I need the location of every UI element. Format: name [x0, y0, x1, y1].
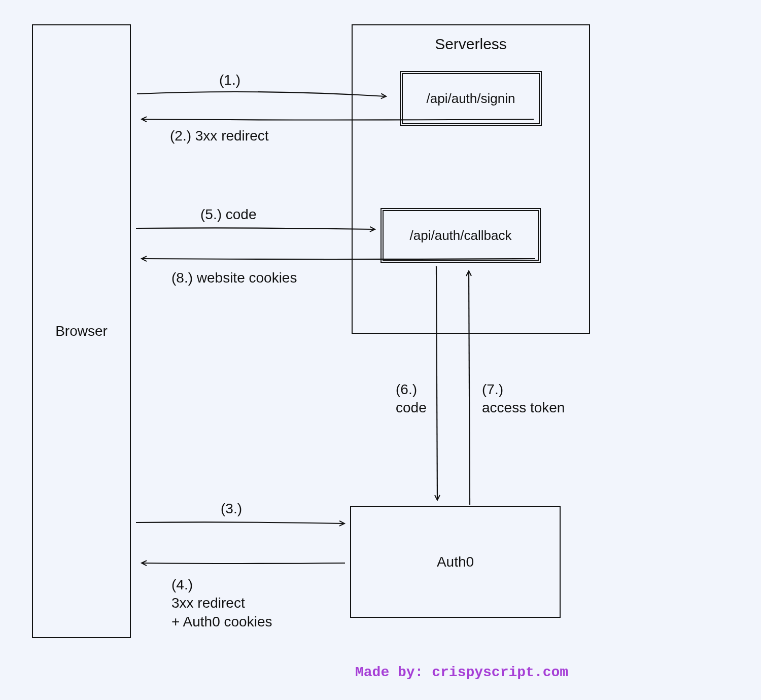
browser-label: Browser — [55, 323, 108, 339]
step7-label: (7.) access token — [482, 380, 565, 417]
signin-label: /api/auth/signin — [427, 91, 515, 107]
step5-label: (5.) code — [200, 205, 257, 224]
arrow-step1 — [137, 92, 386, 96]
arrow-step5 — [136, 228, 374, 229]
auth0-box: Auth0 — [350, 506, 561, 618]
arrow-step4 — [142, 563, 345, 564]
step3-label: (3.) — [221, 500, 242, 518]
step6-label: (6.) code — [396, 380, 427, 417]
step4-label: (4.) 3xx redirect + Auth0 cookies — [171, 576, 272, 631]
step8-label: (8.) website cookies — [171, 269, 297, 287]
callback-box: /api/auth/callback — [380, 208, 541, 263]
arrow-step3 — [136, 522, 344, 523]
signin-box: /api/auth/signin — [400, 71, 542, 126]
serverless-title: Serverless — [435, 36, 507, 53]
auth0-label: Auth0 — [437, 554, 474, 570]
callback-label: /api/auth/callback — [410, 228, 512, 243]
browser-box: Browser — [32, 24, 131, 638]
step2-label: (2.) 3xx redirect — [170, 127, 269, 145]
attribution: Made by: crispyscript.com — [355, 664, 568, 680]
step1-label: (1.) — [219, 71, 240, 89]
